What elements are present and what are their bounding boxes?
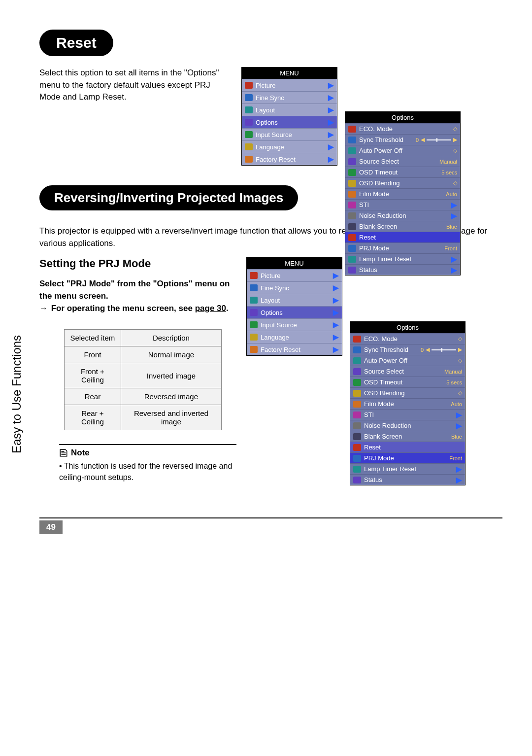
menu-item-label: Input Source (261, 321, 330, 329)
note-icon (59, 448, 68, 457)
option-label: Film Mode (364, 400, 448, 408)
chevron-right-icon: ▶ (328, 118, 334, 127)
option-icon (353, 357, 361, 364)
menu-item-label: Factory Reset (256, 156, 325, 163)
menu-row: Options▶ (247, 306, 342, 318)
th-description: Description (121, 330, 221, 346)
menu-item-icon (245, 94, 253, 101)
menu-item-icon (245, 143, 253, 150)
options-row: Sync Threshold0 ◀▶ (350, 344, 465, 355)
chevron-right-icon: ▶ (451, 211, 457, 220)
table-cell: Front + Ceiling (65, 363, 121, 388)
option-label: Sync Threshold (364, 346, 418, 353)
chevron-right-icon: ▶ (333, 320, 339, 329)
option-icon (348, 223, 356, 230)
table-cell: Normal image (121, 346, 221, 363)
reset-body-text: Select this option to set all items in t… (39, 67, 232, 103)
menu-row: Options▶ (242, 116, 337, 128)
table-cell: Reversed and inverted image (121, 405, 221, 430)
option-value: ◇ (453, 180, 457, 186)
option-icon (353, 368, 361, 375)
menu-item-label: Language (261, 334, 330, 341)
chevron-right-icon: ▶ (328, 81, 334, 90)
options-row: Source SelectManual (350, 366, 465, 377)
chevron-right-icon: ▶ (456, 411, 462, 419)
page-link: page 30 (195, 304, 226, 313)
option-icon (348, 147, 356, 154)
option-label: Blank Screen (359, 223, 443, 230)
option-icon (353, 346, 361, 353)
option-value: 5 secs (446, 379, 462, 385)
chevron-right-icon: ▶ (456, 476, 462, 484)
chevron-right-icon: ▶ (333, 333, 339, 342)
menu-item-label: Picture (256, 82, 325, 89)
options-row: PRJ ModeFront (350, 452, 465, 463)
option-icon (348, 191, 356, 198)
option-label: OSD Timeout (359, 169, 438, 176)
menu-row: Fine Sync▶ (242, 91, 337, 103)
option-label: STI (364, 411, 453, 418)
menu-item-label: Factory Reset (261, 346, 330, 353)
osd-main-menu-2: MENU Picture▶Fine Sync▶Layout▶Options▶In… (246, 257, 342, 356)
option-icon (353, 390, 361, 397)
menu-item-label: Language (256, 143, 325, 151)
menu-row: Language▶ (242, 140, 337, 153)
option-label: PRJ Mode (359, 244, 441, 252)
instr-line1: Select "PRJ Mode" from the "Options" men… (39, 278, 236, 302)
chevron-right-icon: ▶ (328, 130, 334, 139)
option-value: ◇ (458, 357, 462, 364)
option-value: Front (444, 245, 457, 251)
option-value: Manual (439, 159, 457, 165)
options-row: Lamp Timer Reset▶ (350, 463, 465, 474)
menu-row: Layout▶ (247, 294, 342, 306)
option-icon (348, 202, 356, 208)
option-label: OSD Blending (359, 179, 450, 187)
option-icon (348, 158, 356, 165)
option-icon (353, 401, 361, 408)
option-label: Noise Reduction (364, 422, 453, 429)
option-label: Film Mode (359, 190, 443, 198)
table-cell: Inverted image (121, 363, 221, 388)
menu-row: Input Source▶ (242, 128, 337, 140)
osd-options-panel-1: Options ECO. Mode◇Sync Threshold0 ◀▶Auto… (345, 111, 461, 275)
options-row: STI▶ (350, 409, 465, 420)
table-cell: Rear (65, 388, 121, 405)
option-value: ◇ (458, 336, 462, 342)
options-row: ECO. Mode◇ (345, 123, 460, 134)
option-icon (348, 169, 356, 176)
option-icon (353, 466, 361, 473)
option-label: Auto Power Off (364, 357, 455, 364)
osd-options-title: Options (345, 112, 460, 123)
option-value: Auto (451, 401, 462, 407)
menu-item-icon (250, 309, 258, 316)
options-row: Reset (350, 442, 465, 452)
table-cell: Rear + Ceiling (65, 405, 121, 430)
menu-item-icon (245, 82, 253, 89)
chevron-right-icon: ▶ (451, 201, 457, 209)
option-label: Sync Threshold (359, 136, 413, 143)
options-row: OSD Timeout5 secs (350, 377, 465, 387)
table-cell: Front (65, 346, 121, 363)
options-row: Noise Reduction▶ (345, 210, 460, 221)
option-icon (353, 444, 361, 451)
option-label: Lamp Timer Reset (364, 465, 453, 473)
option-value: Blue (451, 434, 462, 440)
menu-item-label: Layout (261, 297, 330, 304)
option-label: OSD Blending (364, 389, 455, 397)
option-value: Front (449, 455, 462, 461)
chevron-right-icon: ▶ (333, 271, 339, 280)
heading-reset: Reset (39, 30, 113, 56)
options-row: Blank ScreenBlue (345, 221, 460, 232)
option-value: Blue (446, 224, 457, 230)
option-label: Source Select (364, 368, 441, 375)
menu-item-label: Picture (261, 272, 330, 279)
menu-item-label: Input Source (256, 131, 325, 138)
slider-control: 0 ◀▶ (421, 346, 462, 353)
chevron-right-icon: ▶ (328, 93, 334, 102)
menu-item-icon (245, 106, 253, 113)
chevron-right-icon: ▶ (333, 345, 339, 354)
options-row: Noise Reduction▶ (350, 420, 465, 431)
option-label: Source Select (359, 158, 436, 165)
menu-item-icon (245, 156, 253, 163)
menu-item-label: Layout (256, 106, 325, 114)
